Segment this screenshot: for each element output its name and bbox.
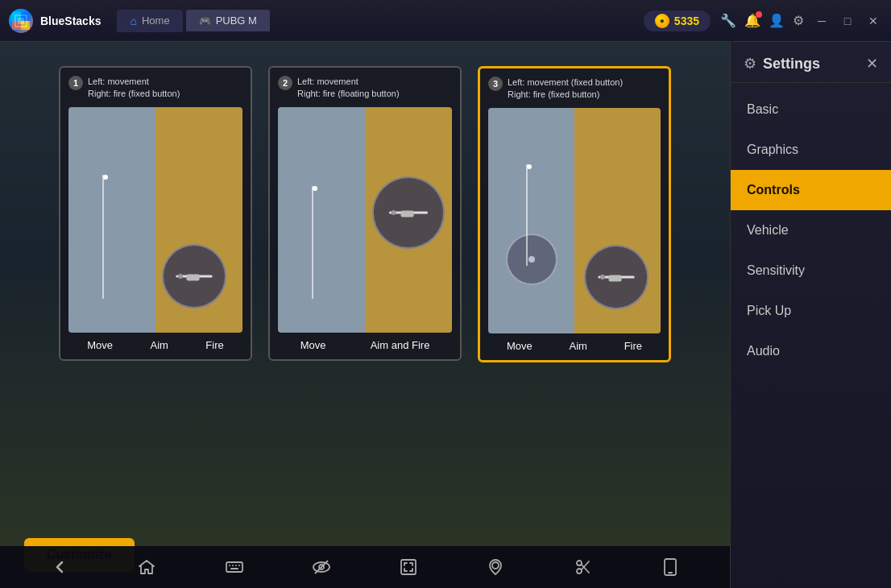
card-3-labels: Move Aim Fire	[488, 340, 661, 352]
game-tab[interactable]: 🎮 PUBG M	[186, 10, 270, 31]
svg-rect-16	[226, 562, 242, 572]
vertical-line-2	[312, 186, 313, 299]
card-3-preview	[488, 108, 661, 333]
back-icon[interactable]	[45, 553, 74, 582]
card-1-labels: Move Aim Fire	[68, 339, 242, 351]
aim-circle-2	[372, 176, 445, 249]
settings-title-row: ⚙ Settings	[744, 55, 820, 72]
settings-title: Settings	[763, 56, 820, 72]
logo-shape	[9, 9, 33, 33]
svg-marker-2	[12, 12, 21, 21]
svg-marker-15	[139, 561, 154, 574]
settings-item-vehicle[interactable]: Vehicle	[731, 210, 891, 251]
card-2-label-aimfire: Aim and Fire	[371, 339, 430, 351]
card-3-desc: Left: movement (fixed button)Right: fire…	[508, 77, 623, 101]
card-3-header: 3 Left: movement (fixed button)Right: fi…	[488, 77, 661, 101]
card-2-label-move: Move	[300, 339, 326, 351]
game-area: 1 Left: movementRight: fire (fixed butto…	[0, 42, 730, 588]
settings-item-basic[interactable]: Basic	[731, 89, 891, 130]
card-1-label-move: Move	[87, 339, 113, 351]
control-card-2[interactable]: 2 Left: movementRight: fire (floating bu…	[268, 66, 462, 361]
gun-icon-2	[383, 188, 433, 238]
scissors-icon[interactable]	[569, 553, 598, 582]
svg-marker-3	[21, 12, 30, 21]
card-3-label-fire: Fire	[624, 340, 642, 352]
joystick-3	[506, 234, 557, 285]
joystick-inner-3	[528, 256, 535, 263]
minimize-button[interactable]: ─	[810, 10, 833, 32]
settings-item-pickup[interactable]: Pick Up	[731, 291, 891, 331]
coin-amount: 5335	[674, 14, 699, 27]
settings-header: ⚙ Settings ✕	[731, 42, 891, 83]
card-3-label-aim: Aim	[569, 340, 586, 352]
svg-rect-25	[401, 560, 416, 574]
bottom-bar	[0, 546, 730, 588]
game-tab-label: PUBG M	[216, 14, 257, 27]
card-2-preview	[278, 107, 452, 333]
card-1-left-zone	[68, 107, 155, 333]
aim-circle-3	[584, 245, 649, 309]
window-controls: ─ □ ✕	[810, 10, 885, 32]
notification-icon[interactable]: 🔔	[744, 13, 760, 28]
card-1-label-fire: Fire	[205, 339, 223, 351]
control-card-3[interactable]: 3 Left: movement (fixed button)Right: fi…	[478, 66, 671, 362]
app-name: BlueStacks	[40, 14, 101, 27]
bluestacks-logo	[6, 6, 35, 35]
settings-panel: ⚙ Settings ✕ Basic Graphics Controls Veh…	[730, 42, 891, 588]
settings-item-controls[interactable]: Controls	[731, 170, 891, 210]
home-tab-label: Home	[142, 14, 170, 27]
svg-rect-13	[609, 275, 622, 281]
eye-icon[interactable]	[307, 553, 336, 582]
vertical-line-1	[102, 175, 104, 299]
gun-icon-3	[594, 254, 640, 300]
card-1-number: 1	[68, 76, 83, 90]
restore-button[interactable]: □	[836, 10, 859, 32]
card-2-right-zone	[365, 107, 452, 333]
svg-marker-5	[21, 21, 30, 30]
title-bar: BlueStacks ⌂ Home 🎮 PUBG M ● 5335 🔧 🔔 👤 …	[0, 0, 891, 42]
card-2-labels: Move Aim and Fire	[278, 339, 452, 351]
location-icon[interactable]	[481, 553, 510, 582]
main-content: 1 Left: movementRight: fire (fixed butto…	[0, 42, 891, 588]
settings-icon[interactable]: ⚙	[793, 13, 804, 28]
svg-point-8	[177, 273, 184, 280]
settings-gear-icon: ⚙	[744, 55, 756, 72]
vertical-line-3	[526, 164, 528, 266]
card-2-desc: Left: movementRight: fire (floating butt…	[297, 76, 400, 101]
control-cards-container: 1 Left: movementRight: fire (fixed butto…	[59, 58, 671, 362]
game-icon: 🎮	[199, 15, 211, 27]
coin-icon: ●	[655, 14, 669, 28]
control-card-1[interactable]: 1 Left: movementRight: fire (fixed butto…	[59, 66, 252, 361]
keyboard-icon[interactable]	[220, 553, 249, 582]
settings-item-audio[interactable]: Audio	[731, 331, 891, 371]
wrench-icon[interactable]: 🔧	[720, 13, 736, 28]
svg-point-11	[390, 209, 396, 216]
card-1-right-zone	[155, 107, 242, 333]
card-2-number: 2	[278, 76, 292, 90]
settings-close-button[interactable]: ✕	[866, 55, 878, 72]
home-tab[interactable]: ⌂ Home	[117, 10, 182, 32]
gun-icon-1	[172, 253, 218, 299]
svg-rect-10	[401, 210, 414, 217]
account-icon[interactable]: 👤	[769, 13, 785, 28]
svg-point-14	[599, 274, 606, 280]
svg-marker-4	[12, 21, 21, 30]
card-2-left-zone	[278, 107, 365, 333]
settings-item-graphics[interactable]: Graphics	[731, 130, 891, 170]
controls-area: 1 Left: movementRight: fire (fixed butto…	[0, 42, 730, 588]
card-1-header: 1 Left: movementRight: fire (fixed butto…	[68, 76, 242, 101]
card-3-label-move: Move	[507, 340, 533, 352]
phone-icon[interactable]	[656, 553, 685, 582]
settings-item-sensitivity[interactable]: Sensitivity	[731, 251, 891, 291]
expand-icon[interactable]	[394, 553, 423, 582]
close-button[interactable]: ✕	[862, 10, 885, 32]
home-icon: ⌂	[130, 14, 136, 27]
card-3-left-zone	[488, 108, 574, 333]
home-bottom-icon[interactable]	[132, 553, 161, 582]
aim-circle-1	[162, 244, 226, 308]
card-3-number: 3	[488, 77, 503, 91]
title-icons: 🔧 🔔 👤 ⚙	[720, 13, 804, 28]
card-2-header: 2 Left: movementRight: fire (floating bu…	[278, 76, 452, 101]
card-1-label-aim: Aim	[151, 339, 168, 351]
card-3-right-zone	[574, 108, 661, 333]
